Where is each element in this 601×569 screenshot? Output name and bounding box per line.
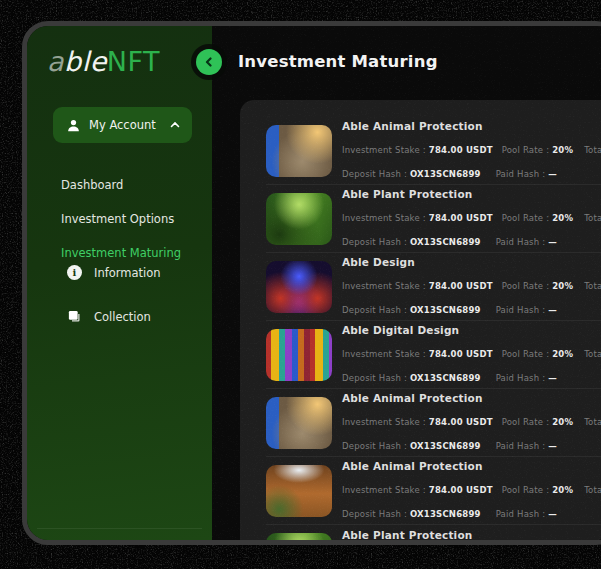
- nft-thumbnail: [266, 193, 332, 245]
- investment-title: Able Plant Protection: [342, 529, 601, 541]
- chevron-left-icon: [204, 57, 214, 67]
- pool-rate-stat: Pool Rate :20%: [502, 274, 574, 293]
- pool-rate-stat: Pool Rate :20%: [502, 478, 574, 497]
- investments-list: Able Animal Protection Investment Stake …: [240, 100, 601, 545]
- investment-row[interactable]: Able Plant Protection Investment Stake :…: [266, 185, 601, 253]
- paid-hash-label: Paid Hash :: [496, 441, 546, 451]
- deposit-hash-value: OX13SCN6899: [410, 305, 481, 315]
- logo-part-a: a: [47, 46, 64, 77]
- deposit-hash-label: Deposit Hash :: [342, 509, 407, 519]
- page-title: Investment Maturing: [238, 52, 438, 71]
- investment-row[interactable]: Able Animal Protection Investment Stake …: [266, 457, 601, 525]
- deposit-hash-value: OX13SCN6899: [410, 237, 481, 247]
- total-payout-label: Total Payout :: [584, 349, 601, 359]
- user-icon: [66, 118, 81, 133]
- investment-row[interactable]: Able Animal Protection Investment Stake …: [266, 389, 601, 457]
- investment-info: Able Animal Protection Investment Stake …: [342, 392, 601, 453]
- paid-hash-label: Paid Hash :: [496, 305, 546, 315]
- investment-row[interactable]: Able Digital Design Investment Stake :78…: [266, 321, 601, 389]
- main-area: Investment Maturing Able Animal Protecti…: [212, 26, 601, 540]
- paid-hash-label: Paid Hash :: [496, 169, 546, 179]
- stake-label: Investment Stake :: [342, 281, 426, 291]
- nft-thumbnail: [266, 533, 332, 545]
- deposit-hash-value: OX13SCN6899: [410, 509, 481, 519]
- stake-stat: Investment Stake :784.00 USDT: [342, 342, 493, 361]
- deposit-hash-stat: Deposit Hash :OX13SCN6899: [342, 366, 481, 385]
- total-payout-stat: Total Payout :995: [584, 206, 601, 225]
- investment-info: Able Plant Protection Investment Stake :…: [342, 188, 601, 249]
- total-payout-stat: Total Payout :995: [584, 138, 601, 157]
- information-label: Information: [94, 266, 161, 280]
- investment-row[interactable]: Able Design Investment Stake :784.00 USD…: [266, 253, 601, 321]
- pool-rate-value: 20%: [552, 349, 573, 359]
- deposit-hash-stat: Deposit Hash :OX13SCN6899: [342, 298, 481, 317]
- investment-info: Able Digital Design Investment Stake :78…: [342, 324, 601, 385]
- investment-hashes: Deposit Hash :OX13SCN6899 Paid Hash :—: [342, 162, 601, 181]
- investment-hashes: Deposit Hash :OX13SCN6899 Paid Hash :—: [342, 298, 601, 317]
- pool-rate-label: Pool Rate :: [502, 145, 550, 155]
- sidebar-item-information[interactable]: i Information: [67, 265, 229, 280]
- stake-label: Investment Stake :: [342, 213, 426, 223]
- deposit-hash-value: OX13SCN6899: [410, 441, 481, 451]
- pool-rate-stat: Pool Rate :20%: [502, 206, 574, 225]
- paid-hash-stat: Paid Hash :—: [496, 162, 557, 181]
- total-payout-label: Total Payout :: [584, 485, 601, 495]
- back-button[interactable]: [196, 49, 222, 75]
- nft-thumbnail: [266, 125, 332, 177]
- total-payout-label: Total Payout :: [584, 213, 601, 223]
- pool-rate-label: Pool Rate :: [502, 417, 550, 427]
- investment-stats: Investment Stake :784.00 USDT Pool Rate …: [342, 274, 601, 293]
- deposit-hash-stat: Deposit Hash :OX13SCN6899: [342, 230, 481, 249]
- total-payout-label: Total Payout :: [584, 417, 601, 427]
- paid-hash-value: —: [548, 373, 557, 383]
- app-logo: ableNFT: [47, 46, 160, 77]
- total-payout-stat: Total Payout :995: [584, 342, 601, 361]
- screen: { "logo": { "part1": "a", "part2": "ble"…: [0, 0, 601, 569]
- sidebar: ableNFT My Account Dashboard Investment …: [27, 26, 212, 540]
- deposit-hash-value: OX13SCN6899: [410, 373, 481, 383]
- paid-hash-value: —: [548, 441, 557, 451]
- collection-label: Collection: [94, 310, 151, 324]
- investment-hashes: Deposit Hash :OX13SCN6899 Paid Hash :—: [342, 434, 601, 453]
- investment-row[interactable]: Able Animal Protection Investment Stake …: [266, 117, 601, 185]
- investment-info: Able Design Investment Stake :784.00 USD…: [342, 256, 601, 317]
- stake-value: 784.00 USDT: [429, 145, 493, 155]
- sidebar-item-dashboard[interactable]: Dashboard: [61, 178, 123, 192]
- pool-rate-label: Pool Rate :: [502, 281, 550, 291]
- pool-rate-value: 20%: [552, 485, 573, 495]
- deposit-hash-label: Deposit Hash :: [342, 169, 407, 179]
- investment-info: Able Animal Protection Investment Stake …: [342, 120, 601, 181]
- my-account-label: My Account: [89, 118, 156, 132]
- logo-part-ble: ble: [64, 46, 107, 77]
- stake-value: 784.00 USDT: [429, 485, 493, 495]
- sidebar-item-investment-options[interactable]: Investment Options: [61, 212, 174, 226]
- pool-rate-stat: Pool Rate :20%: [502, 342, 574, 361]
- investment-title: Able Plant Protection: [342, 188, 601, 200]
- stake-stat: Investment Stake :784.00 USDT: [342, 274, 493, 293]
- sidebar-divider: [37, 528, 202, 529]
- app-window: ableNFT My Account Dashboard Investment …: [22, 21, 601, 545]
- stake-label: Investment Stake :: [342, 349, 426, 359]
- deposit-hash-label: Deposit Hash :: [342, 237, 407, 247]
- my-account-menu[interactable]: My Account: [53, 107, 192, 143]
- investment-title: Able Design: [342, 256, 601, 268]
- investment-title: Able Animal Protection: [342, 120, 601, 132]
- pool-rate-label: Pool Rate :: [502, 213, 550, 223]
- investment-row[interactable]: Able Plant Protection Investment Stake :…: [266, 525, 601, 545]
- pool-rate-value: 20%: [552, 145, 573, 155]
- stake-value: 784.00 USDT: [429, 281, 493, 291]
- total-payout-label: Total Payout :: [584, 145, 601, 155]
- deposit-hash-stat: Deposit Hash :OX13SCN6899: [342, 162, 481, 181]
- stake-label: Investment Stake :: [342, 145, 426, 155]
- sidebar-item-investment-maturing[interactable]: Investment Maturing: [61, 246, 181, 260]
- investment-title: Able Animal Protection: [342, 392, 601, 404]
- investments-panel: Able Animal Protection Investment Stake …: [240, 100, 601, 545]
- paid-hash-stat: Paid Hash :—: [496, 502, 557, 521]
- investment-info: Able Plant Protection Investment Stake :…: [342, 529, 601, 546]
- total-payout-stat: Total Payout :995: [584, 274, 601, 293]
- pool-rate-value: 20%: [552, 417, 573, 427]
- stake-value: 784.00 USDT: [429, 213, 493, 223]
- total-payout-stat: Total Payout :995: [584, 410, 601, 429]
- investment-stats: Investment Stake :784.00 USDT Pool Rate …: [342, 410, 601, 429]
- sidebar-item-collection[interactable]: Collection: [67, 309, 151, 324]
